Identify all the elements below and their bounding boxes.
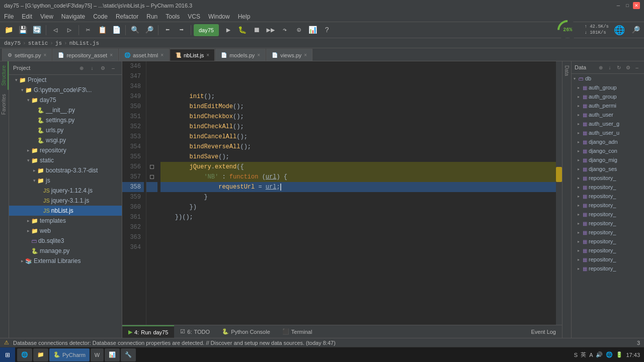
tab-asset-html[interactable]: 🌐 asset.html × xyxy=(119,49,169,61)
db-repository8[interactable]: ▸ ▦ repository_ xyxy=(572,237,644,246)
rside-tab-data[interactable]: Data xyxy=(563,61,571,80)
db-repository2[interactable]: ▸ ▦ repository_ xyxy=(572,183,644,192)
project-button[interactable]: day75 xyxy=(194,24,219,36)
db-auth-group1[interactable]: ▸ ▦ auth_group xyxy=(572,83,644,92)
scrollbar-right[interactable] xyxy=(556,61,562,325)
db-django-con[interactable]: ▸ ▦ django_con xyxy=(572,146,644,155)
models-close[interactable]: × xyxy=(257,52,260,58)
tab-repository[interactable]: 📄 repository_asset × xyxy=(52,49,118,61)
repo-close[interactable]: × xyxy=(110,52,113,58)
tree-item-jquery112[interactable]: ▾ JS jquery-1.12.4.js xyxy=(9,186,122,196)
tree-item-bootstrap[interactable]: ▸ 📁 bootstrap-3.3.7-dist xyxy=(9,165,122,175)
menu-window[interactable]: Window xyxy=(204,12,234,21)
bottom-tab-todo[interactable]: ☑ 6: TODO xyxy=(174,325,216,338)
tab-nblist[interactable]: 📜 nbList.js × xyxy=(170,49,215,61)
coverage-btn[interactable]: ⊙ xyxy=(292,24,305,37)
tree-item-jquery31[interactable]: ▾ JS jquery-3.1.1.js xyxy=(9,196,122,206)
db-repository11[interactable]: ▸ ▦ repository_ xyxy=(572,264,644,273)
copy-btn[interactable]: 📋 xyxy=(96,24,109,37)
menu-help[interactable]: Help xyxy=(234,12,255,21)
tree-item-day75[interactable]: ▾ 📁 day75 xyxy=(9,95,122,105)
tree-item-extlibs[interactable]: ▸ 📚 External Libraries xyxy=(9,256,122,266)
menu-view[interactable]: View xyxy=(36,12,57,21)
taskbar-app2[interactable]: 📊 xyxy=(105,348,120,361)
sync-btn[interactable]: 🔄 xyxy=(30,24,43,37)
menu-navigate[interactable]: Navigate xyxy=(57,12,89,21)
nav-back-btn[interactable]: ⬅ xyxy=(161,24,174,37)
paste-btn[interactable]: 📄 xyxy=(110,24,123,37)
db-django-ses[interactable]: ▸ ▦ django_ses xyxy=(572,164,644,173)
rp-btn2[interactable]: ↓ xyxy=(606,63,614,71)
step-over-btn[interactable]: ↷ xyxy=(278,24,291,37)
db-repository5[interactable]: ▸ ▦ repository_ xyxy=(572,210,644,219)
db-repository6[interactable]: ▸ ▦ repository_ xyxy=(572,219,644,228)
db-auth-user[interactable]: ▸ ▦ auth_user xyxy=(572,110,644,119)
tree-item-sqlite[interactable]: ▾ 🗃 db.sqlite3 xyxy=(9,236,122,246)
rp-btn3[interactable]: ↻ xyxy=(615,63,623,71)
nav-fwd-btn[interactable]: ➡ xyxy=(175,24,188,37)
run-config-btn[interactable]: ▶ xyxy=(222,24,235,37)
minimize-button[interactable]: ─ xyxy=(615,2,622,9)
tree-item-day75-root[interactable]: ▾ 📁 G:\python_code\F3\... xyxy=(9,85,122,95)
tree-item-manage[interactable]: ▾ 🐍 manage.py xyxy=(9,246,122,256)
tree-item-project[interactable]: ▾ 📁 Project xyxy=(9,75,122,85)
db-repository9[interactable]: ▸ ▦ repository_ xyxy=(572,246,644,255)
help-btn[interactable]: ? xyxy=(320,24,334,37)
db-auth-permi[interactable]: ▸ ▦ auth_permi xyxy=(572,101,644,110)
sidebar-btn4[interactable]: – xyxy=(109,63,118,72)
settings-btn[interactable]: 🔎 xyxy=(629,24,642,37)
db-auth-user-g[interactable]: ▸ ▦ auth_user_g xyxy=(572,119,644,128)
code-editor[interactable]: 346 347 348 349 350 351 352 353 354 355 … xyxy=(122,61,562,325)
menu-code[interactable]: Code xyxy=(89,12,112,21)
start-button[interactable]: ⊞ xyxy=(0,347,15,363)
menu-file[interactable]: File xyxy=(0,12,18,21)
menu-run[interactable]: Run xyxy=(142,12,162,21)
sidebar-btn3[interactable]: ⚙ xyxy=(98,63,107,72)
taskbar-folder[interactable]: 📁 xyxy=(33,348,48,361)
tree-item-static[interactable]: ▾ 📁 static xyxy=(9,155,122,165)
db-repository1[interactable]: ▸ ▦ repository_ xyxy=(572,173,644,183)
nblist-close[interactable]: × xyxy=(206,52,209,58)
debug-btn[interactable]: 🐛 xyxy=(236,24,249,37)
tab-models[interactable]: 📄 models.py × xyxy=(215,49,266,61)
db-repository10[interactable]: ▸ ▦ repository_ xyxy=(572,255,644,264)
rp-btn1[interactable]: ⊕ xyxy=(597,63,605,71)
db-root[interactable]: ▾ 🗃 db xyxy=(572,74,644,83)
sidebar-tab-structure[interactable]: Structure xyxy=(0,61,9,90)
db-django-mig[interactable]: ▸ ▦ django_mig xyxy=(572,155,644,164)
breadcrumb-item-file[interactable]: nbList.js xyxy=(69,40,99,46)
taskbar-word[interactable]: W xyxy=(91,348,104,361)
save-btn[interactable]: 💾 xyxy=(16,24,29,37)
profile-btn[interactable]: 📊 xyxy=(306,24,319,37)
tab-views[interactable]: 📄 views.py × xyxy=(266,49,312,61)
db-auth-group2[interactable]: ▸ ▦ auth_group xyxy=(572,92,644,101)
menu-vcs[interactable]: VCS xyxy=(184,12,204,21)
bottom-tab-python[interactable]: 🐍 Python Console xyxy=(216,325,276,338)
sidebar-tab-favorites[interactable]: Favorites xyxy=(0,90,9,119)
bottom-tab-run[interactable]: ▶ 4: Run day75 xyxy=(122,325,174,338)
bottom-event-log[interactable]: Event Log xyxy=(525,325,562,338)
db-django-adn[interactable]: ▸ ▦ django_adn xyxy=(572,137,644,146)
taskbar-app3[interactable]: 🔧 xyxy=(121,348,136,361)
rp-btn5[interactable]: – xyxy=(633,63,641,71)
search-btn[interactable]: 🔍 xyxy=(128,24,141,37)
find-btn[interactable]: 🔎 xyxy=(142,24,155,37)
sidebar-btn1[interactable]: ⊕ xyxy=(77,63,86,72)
db-repository3[interactable]: ▸ ▦ repository_ xyxy=(572,192,644,201)
views-close[interactable]: × xyxy=(304,52,307,58)
settings-close[interactable]: × xyxy=(44,52,47,58)
tree-item-repository[interactable]: ▸ 📁 repository xyxy=(9,145,122,155)
cut-btn[interactable]: ✂ xyxy=(82,24,95,37)
code-content[interactable]: init(); bindEditMode(); bindCheckbox(); … xyxy=(157,61,556,325)
db-repository4[interactable]: ▸ ▦ repository_ xyxy=(572,201,644,210)
tree-item-wsgi[interactable]: ▾ 🐍 wsgi.py xyxy=(9,135,122,145)
tree-item-web[interactable]: ▸ 📁 web xyxy=(9,226,122,236)
rp-btn4[interactable]: ⚙ xyxy=(624,63,632,71)
tab-settings[interactable]: ⚙ settings.py × xyxy=(2,49,52,61)
menu-tools[interactable]: Tools xyxy=(162,12,184,21)
breadcrumb-item-static[interactable]: static xyxy=(28,40,48,46)
tree-item-init[interactable]: ▾ 🐍 __init__.py xyxy=(9,105,122,115)
sidebar-btn2[interactable]: ↓ xyxy=(88,63,97,72)
maximize-button[interactable]: □ xyxy=(624,2,631,9)
tree-item-nblist[interactable]: ▾ JS nbList.js xyxy=(9,206,122,216)
